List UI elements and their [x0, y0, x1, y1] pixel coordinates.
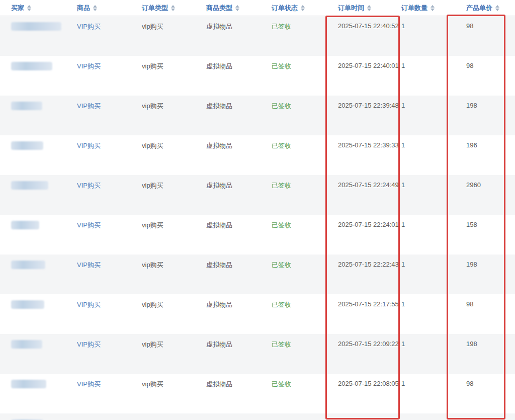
sort-desc-icon[interactable]	[431, 9, 435, 11]
cell-order-type: vip购买	[131, 255, 195, 294]
sort-asc-icon[interactable]	[235, 5, 239, 8]
column-label: 商品类型	[206, 4, 232, 12]
column-label: 订单类型	[142, 4, 168, 12]
cell-order-type: vip购买	[131, 413, 195, 420]
cell-buyer	[0, 135, 66, 175]
status-badge: 已签收	[272, 62, 291, 70]
cell-status: 已签收	[261, 56, 327, 96]
cell-buyer	[0, 334, 66, 374]
cell-product-type: 虚拟物品	[195, 96, 261, 135]
column-header-time[interactable]: 订单时间	[327, 0, 390, 16]
column-label: 买家	[11, 4, 24, 12]
sort-desc-icon[interactable]	[367, 9, 371, 11]
product-link[interactable]: VIP购买	[77, 23, 101, 30]
sort-desc-icon[interactable]	[301, 9, 305, 11]
cell-buyer	[0, 16, 66, 56]
cell-buyer	[0, 374, 66, 413]
table-row: VIP购买 vip购买 虚拟物品 已签收 2025-07-15 22:40:01…	[0, 56, 515, 96]
column-header-order_type[interactable]: 订单类型	[131, 0, 195, 16]
cell-product: VIP购买	[66, 175, 131, 215]
cell-product-type: 虚拟物品	[195, 413, 261, 420]
sort-icon[interactable]	[367, 5, 371, 11]
sort-icon[interactable]	[93, 5, 97, 11]
column-header-buyer[interactable]: 买家	[0, 0, 66, 16]
sort-asc-icon[interactable]	[27, 5, 31, 8]
cell-quantity: 1	[390, 255, 455, 294]
cell-product: VIP购买	[66, 334, 131, 374]
sort-asc-icon[interactable]	[171, 5, 175, 8]
cell-product: VIP购买	[66, 255, 131, 294]
column-header-quantity[interactable]: 订单数量	[390, 0, 455, 16]
cell-status: 已签收	[261, 16, 327, 56]
column-header-status[interactable]: 订单状态	[261, 0, 327, 16]
sort-icon[interactable]	[431, 5, 435, 11]
cell-order-type: vip购买	[131, 56, 195, 96]
column-label: 订单状态	[272, 4, 298, 12]
sort-desc-icon[interactable]	[93, 9, 97, 11]
column-label: 商品	[77, 4, 90, 12]
column-header-price[interactable]: 产品单价	[455, 0, 515, 16]
status-badge: 已签收	[272, 341, 291, 348]
product-link[interactable]: VIP购买	[77, 380, 101, 388]
product-link[interactable]: VIP购买	[77, 221, 101, 229]
sort-desc-icon[interactable]	[171, 9, 175, 11]
cell-unit-price: 196	[455, 135, 515, 175]
sort-icon[interactable]	[301, 5, 305, 11]
sort-desc-icon[interactable]	[27, 9, 31, 11]
status-badge: 已签收	[272, 301, 291, 308]
product-link[interactable]: VIP购买	[77, 261, 101, 269]
cell-order-type: vip购买	[131, 374, 195, 413]
cell-quantity: 1	[390, 135, 455, 175]
sort-asc-icon[interactable]	[367, 5, 371, 8]
cell-buyer	[0, 413, 66, 420]
sort-desc-icon[interactable]	[235, 9, 239, 11]
cell-order-type: vip购买	[131, 215, 195, 255]
product-link[interactable]: VIP购买	[77, 102, 101, 110]
column-label: 订单数量	[401, 4, 427, 12]
buyer-name-redacted	[11, 141, 43, 150]
cell-status: 已签收	[261, 96, 327, 135]
cell-quantity: 1	[390, 334, 455, 374]
cell-order-time: 2025-07-15 22:08:05	[327, 374, 390, 413]
product-link[interactable]: VIP购买	[77, 301, 101, 308]
buyer-name-redacted	[11, 22, 61, 31]
sort-icon[interactable]	[235, 5, 239, 11]
cell-product-type: 虚拟物品	[195, 334, 261, 374]
sort-asc-icon[interactable]	[495, 5, 499, 8]
cell-order-time: 2025-07-15 22:07:18	[327, 413, 390, 420]
sort-icon[interactable]	[171, 5, 175, 11]
buyer-name-redacted	[11, 261, 45, 269]
orders-table: 买家 商品 订单类型 商品类型 订单状态 订单时间 订单数量 产品单价 VIP购…	[0, 0, 515, 420]
column-header-product[interactable]: 商品	[66, 0, 131, 16]
status-badge: 已签收	[272, 23, 291, 30]
cell-unit-price: 98	[455, 413, 515, 420]
buyer-name-redacted	[11, 380, 46, 388]
buyer-name-redacted	[11, 181, 48, 190]
cell-product-type: 虚拟物品	[195, 56, 261, 96]
sort-asc-icon[interactable]	[301, 5, 305, 8]
buyer-name-redacted	[11, 62, 52, 70]
cell-product: VIP购买	[66, 374, 131, 413]
cell-status: 已签收	[261, 255, 327, 294]
cell-quantity: 1	[390, 374, 455, 413]
table-row: VIP购买 vip购买 虚拟物品 已签收 2025-07-15 22:07:18…	[0, 413, 515, 420]
sort-icon[interactable]	[27, 5, 31, 11]
sort-asc-icon[interactable]	[93, 5, 97, 8]
cell-order-type: vip购买	[131, 96, 195, 135]
product-link[interactable]: VIP购买	[77, 341, 101, 348]
status-badge: 已签收	[272, 142, 291, 149]
column-header-product_type[interactable]: 商品类型	[195, 0, 261, 16]
product-link[interactable]: VIP购买	[77, 142, 101, 149]
product-link[interactable]: VIP购买	[77, 62, 101, 70]
cell-quantity: 1	[390, 96, 455, 135]
cell-buyer	[0, 96, 66, 135]
sort-icon[interactable]	[495, 5, 499, 11]
cell-order-type: vip购买	[131, 16, 195, 56]
sort-desc-icon[interactable]	[495, 9, 499, 11]
cell-status: 已签收	[261, 374, 327, 413]
cell-quantity: 1	[390, 215, 455, 255]
cell-quantity: 1	[390, 56, 455, 96]
product-link[interactable]: VIP购买	[77, 182, 101, 189]
cell-order-time: 2025-07-15 22:24:01	[327, 215, 390, 255]
sort-asc-icon[interactable]	[431, 5, 435, 8]
